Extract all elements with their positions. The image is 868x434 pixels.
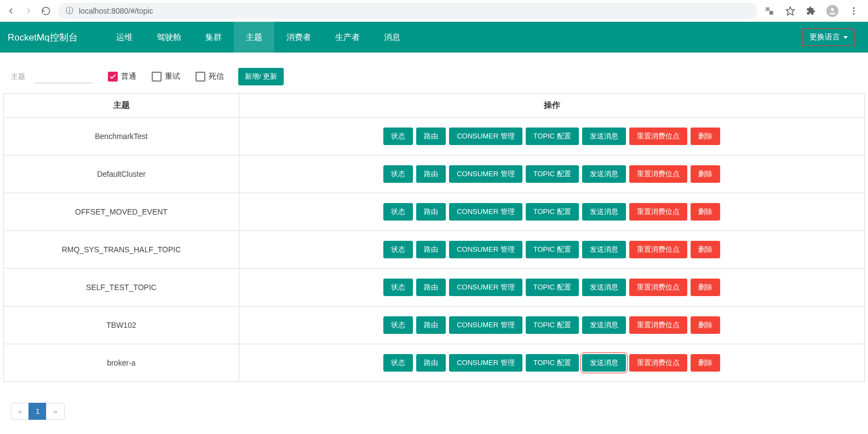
- topic-config-button[interactable]: TOPIC 配置: [526, 165, 579, 183]
- reset-offset-button[interactable]: 重置消费位点: [629, 316, 687, 334]
- back-icon[interactable]: [5, 5, 16, 16]
- site-info-icon[interactable]: ⓘ: [66, 6, 73, 16]
- checkbox-retry[interactable]: 重试: [152, 72, 180, 82]
- svg-marker-0: [786, 7, 795, 15]
- topic-table: 主题 操作 BenchmarkTest状态路由CONSUMER 管理TOPIC …: [3, 93, 865, 382]
- add-update-button[interactable]: 新增/ 更新: [238, 68, 284, 85]
- topic-config-button[interactable]: TOPIC 配置: [526, 128, 579, 145]
- translate-icon[interactable]: [764, 5, 775, 16]
- status-button[interactable]: 状态: [383, 165, 413, 183]
- profile-icon[interactable]: [826, 5, 838, 17]
- reset-offset-button[interactable]: 重置消费位点: [629, 165, 687, 183]
- consumer-manage-button[interactable]: CONSUMER 管理: [449, 279, 522, 296]
- svg-point-4: [853, 13, 855, 14]
- send-message-button[interactable]: 发送消息: [582, 241, 626, 258]
- route-button[interactable]: 路由: [416, 241, 446, 258]
- topic-filter-input[interactable]: [35, 70, 93, 83]
- status-button[interactable]: 状态: [383, 203, 413, 221]
- delete-button[interactable]: 删除: [691, 203, 720, 221]
- send-message-button[interactable]: 发送消息: [582, 128, 626, 145]
- consumer-manage-button[interactable]: CONSUMER 管理: [449, 165, 522, 183]
- topic-cell: RMQ_SYS_TRANS_HALF_TOPIC: [4, 231, 239, 269]
- route-button[interactable]: 路由: [416, 354, 446, 372]
- nav-item[interactable]: 驾驶舱: [145, 22, 193, 53]
- nav-item[interactable]: 消费者: [274, 22, 323, 53]
- checkbox-icon: [196, 72, 205, 82]
- status-button[interactable]: 状态: [383, 279, 413, 296]
- consumer-manage-button[interactable]: CONSUMER 管理: [449, 241, 522, 258]
- topic-config-button[interactable]: TOPIC 配置: [526, 316, 579, 334]
- page-prev[interactable]: «: [11, 403, 29, 420]
- consumer-manage-button[interactable]: CONSUMER 管理: [449, 128, 522, 145]
- status-button[interactable]: 状态: [383, 128, 413, 145]
- nav-item[interactable]: 集群: [193, 22, 234, 53]
- url-text: localhost:8080/#/topic: [79, 7, 153, 15]
- star-icon[interactable]: [785, 5, 796, 16]
- extensions-icon[interactable]: [806, 5, 817, 16]
- topic-cell: broker-a: [4, 344, 239, 382]
- reset-offset-button[interactable]: 重置消费位点: [629, 203, 687, 221]
- checkbox-dlq[interactable]: 死信: [196, 72, 224, 82]
- topic-cell: BenchmarkTest: [4, 118, 239, 155]
- delete-button[interactable]: 删除: [691, 354, 720, 372]
- url-bar[interactable]: ⓘ localhost:8080/#/topic: [58, 3, 757, 19]
- page-number[interactable]: 1: [28, 403, 47, 420]
- checkbox-label: 死信: [209, 72, 224, 82]
- delete-button[interactable]: 删除: [691, 165, 720, 183]
- brand[interactable]: RocketMq控制台: [5, 31, 88, 44]
- topic-config-button[interactable]: TOPIC 配置: [526, 279, 579, 296]
- send-message-button[interactable]: 发送消息: [582, 316, 626, 334]
- checkbox-label: 重试: [165, 72, 180, 82]
- consumer-manage-button[interactable]: CONSUMER 管理: [449, 354, 522, 372]
- ops-cell: 状态路由CONSUMER 管理TOPIC 配置发送消息重置消费位点删除: [239, 344, 865, 382]
- reset-offset-button[interactable]: 重置消费位点: [629, 128, 687, 145]
- consumer-manage-button[interactable]: CONSUMER 管理: [449, 203, 522, 221]
- topic-config-button[interactable]: TOPIC 配置: [526, 354, 579, 372]
- route-button[interactable]: 路由: [416, 316, 446, 334]
- table-row: broker-a状态路由CONSUMER 管理TOPIC 配置发送消息重置消费位…: [4, 344, 865, 382]
- topic-cell: SELF_TEST_TOPIC: [4, 269, 239, 306]
- delete-button[interactable]: 删除: [691, 279, 720, 296]
- route-button[interactable]: 路由: [416, 203, 446, 221]
- delete-button[interactable]: 删除: [691, 241, 720, 258]
- nav-item[interactable]: 消息: [372, 22, 412, 53]
- table-row: TBW102状态路由CONSUMER 管理TOPIC 配置发送消息重置消费位点删…: [4, 306, 865, 344]
- nav-item[interactable]: 主题: [234, 22, 274, 53]
- consumer-manage-button[interactable]: CONSUMER 管理: [449, 316, 522, 334]
- delete-button[interactable]: 删除: [691, 316, 720, 334]
- status-button[interactable]: 状态: [383, 241, 413, 258]
- send-message-button[interactable]: 发送消息: [582, 279, 626, 296]
- header-topic: 主题: [4, 94, 239, 118]
- route-button[interactable]: 路由: [416, 128, 446, 145]
- ops-cell: 状态路由CONSUMER 管理TOPIC 配置发送消息重置消费位点删除: [239, 306, 865, 344]
- reload-icon[interactable]: [41, 5, 51, 16]
- reset-offset-button[interactable]: 重置消费位点: [629, 279, 687, 296]
- send-message-button[interactable]: 发送消息: [582, 354, 626, 372]
- checkbox-label: 普通: [121, 72, 136, 82]
- topic-config-button[interactable]: TOPIC 配置: [526, 203, 579, 221]
- status-button[interactable]: 状态: [383, 316, 413, 334]
- route-button[interactable]: 路由: [416, 279, 446, 296]
- table-row: DefaultCluster状态路由CONSUMER 管理TOPIC 配置发送消…: [4, 155, 865, 193]
- ops-cell: 状态路由CONSUMER 管理TOPIC 配置发送消息重置消费位点删除: [239, 155, 865, 193]
- reset-offset-button[interactable]: 重置消费位点: [629, 241, 687, 258]
- route-button[interactable]: 路由: [416, 165, 446, 183]
- status-button[interactable]: 状态: [383, 354, 413, 372]
- language-switch-button[interactable]: 更换语言: [802, 28, 855, 46]
- checkbox-normal[interactable]: 普通: [108, 72, 136, 82]
- svg-point-2: [853, 7, 855, 9]
- ops-cell: 状态路由CONSUMER 管理TOPIC 配置发送消息重置消费位点删除: [239, 118, 865, 155]
- page-next[interactable]: »: [46, 403, 64, 420]
- send-message-button[interactable]: 发送消息: [582, 203, 626, 221]
- forward-icon[interactable]: [23, 5, 34, 16]
- send-message-button[interactable]: 发送消息: [582, 165, 626, 183]
- nav-item[interactable]: 运维: [104, 22, 145, 53]
- nav-item[interactable]: 生产者: [323, 22, 372, 53]
- language-switch-label: 更换语言: [809, 32, 840, 42]
- browser-right-icons: [764, 5, 863, 17]
- reset-offset-button[interactable]: 重置消费位点: [629, 354, 687, 372]
- kebab-icon[interactable]: [848, 5, 859, 16]
- topic-config-button[interactable]: TOPIC 配置: [526, 241, 579, 258]
- ops-wrap: 状态路由CONSUMER 管理TOPIC 配置发送消息重置消费位点删除: [244, 279, 860, 296]
- delete-button[interactable]: 删除: [691, 128, 720, 145]
